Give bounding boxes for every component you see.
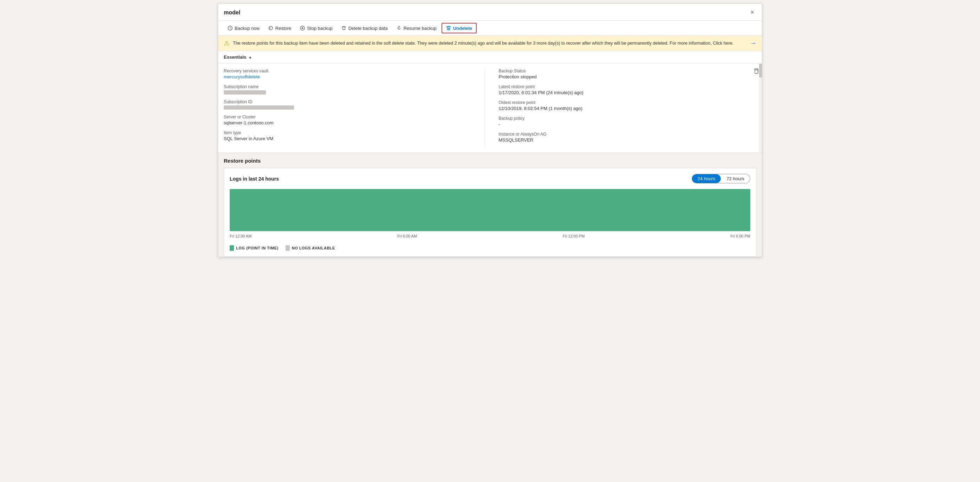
- undelete-button[interactable]: Undelete: [442, 23, 477, 33]
- backup-now-label: Backup now: [235, 25, 259, 31]
- restore-icon: [268, 25, 274, 31]
- oldest-restore-point-label: Oldest restore point: [499, 100, 745, 105]
- recovery-vault-field: Recovery services vault mercurysoftdelet…: [224, 68, 470, 80]
- warning-icon: ⚠: [224, 39, 229, 47]
- subscription-id-field: Subscription ID: [224, 99, 470, 110]
- chart-legend: LOG (POINT IN TIME) NO LOGS AVAILABLE: [230, 242, 750, 251]
- item-type-label: Item type: [224, 130, 470, 135]
- chart-header: Logs in last 24 hours 24 hours 72 hours: [230, 174, 750, 183]
- 24-hours-button[interactable]: 24 hours: [692, 174, 721, 183]
- latest-restore-point-value: 1/17/2020, 6:01:34 PM (24 minute(s) ago): [499, 90, 745, 95]
- backup-status-value: Protection stopped: [499, 74, 745, 80]
- latest-restore-point-field: Latest restore point 1/17/2020, 6:01:34 …: [499, 84, 745, 95]
- subscription-name-field: Subscription name: [224, 84, 470, 94]
- essentials-left: Recovery services vault mercurysoftdelet…: [224, 68, 484, 148]
- scrollbar-thumb[interactable]: [759, 64, 762, 78]
- essentials-content: Recovery services vault mercurysoftdelet…: [218, 64, 751, 153]
- title-bar: model ×: [218, 4, 762, 21]
- oldest-restore-point-value: 12/10/2019, 8:02:54 PM (1 month(s) ago): [499, 106, 745, 111]
- time-toggle: 24 hours 72 hours: [692, 174, 750, 183]
- legend-log-label: LOG (POINT IN TIME): [236, 246, 278, 250]
- backup-now-icon: [227, 25, 233, 31]
- essentials-chevron-icon: ▲: [248, 55, 252, 59]
- backup-now-button[interactable]: Backup now: [224, 24, 263, 33]
- legend-no-logs: NO LOGS AVAILABLE: [286, 245, 335, 251]
- svg-rect-2: [302, 27, 303, 29]
- resume-icon: [396, 25, 402, 31]
- backup-policy-label: Backup policy: [499, 116, 745, 121]
- recovery-vault-value[interactable]: mercurysoftdelete: [224, 74, 260, 80]
- warning-text: The restore points for this backup item …: [233, 41, 746, 46]
- restore-points-section: Restore points Logs in last 24 hours 24 …: [218, 153, 762, 257]
- essentials-right: Backup Status Protection stopped Latest …: [484, 68, 745, 148]
- delete-backup-data-button[interactable]: Delete backup data: [337, 24, 391, 33]
- chart-x-axis: Fri 12:00 AM Fri 6:00 AM Fri 12:00 PM Fr…: [230, 234, 750, 238]
- backup-policy-field: Backup policy -: [499, 116, 745, 127]
- delete-icon: [341, 25, 347, 31]
- backup-status-label: Backup Status: [499, 68, 745, 73]
- subscription-id-value: [224, 105, 294, 110]
- stop-backup-button[interactable]: Stop backup: [296, 24, 336, 33]
- restore-points-title: Restore points: [224, 158, 756, 164]
- undelete-label: Undelete: [453, 25, 473, 31]
- item-type-value: SQL Server in Azure VM: [224, 136, 470, 141]
- instance-value: MSSQLSERVER: [499, 137, 745, 143]
- toolbar: Backup now Restore Stop backup: [218, 21, 762, 36]
- essentials-header[interactable]: Essentials ▲: [218, 51, 762, 64]
- restore-label: Restore: [275, 25, 291, 31]
- recovery-vault-label: Recovery services vault: [224, 68, 470, 73]
- essentials-section: Essentials ▲ Recovery services vault mer…: [218, 51, 762, 153]
- resume-backup-button[interactable]: Resume backup: [393, 24, 440, 33]
- oldest-restore-point-field: Oldest restore point 12/10/2019, 8:02:54…: [499, 100, 745, 111]
- legend-color-green: [230, 245, 234, 251]
- legend-color-gray: [286, 245, 290, 251]
- copy-icon[interactable]: [753, 68, 759, 76]
- main-window: model × Backup now Restore: [218, 3, 762, 257]
- server-cluster-field: Server or Cluster sqlserver-1.contoso.co…: [224, 115, 470, 126]
- svg-rect-3: [755, 70, 758, 73]
- delete-backup-data-label: Delete backup data: [348, 25, 388, 31]
- stop-backup-label: Stop backup: [307, 25, 332, 31]
- x-axis-label-2: Fri 6:00 AM: [397, 234, 417, 238]
- essentials-label: Essentials: [224, 54, 246, 60]
- chart-area: [230, 189, 750, 231]
- subscription-name-label: Subscription name: [224, 84, 470, 89]
- restore-button[interactable]: Restore: [264, 24, 295, 33]
- subscription-id-label: Subscription ID: [224, 99, 470, 104]
- item-type-field: Item type SQL Server in Azure VM: [224, 130, 470, 141]
- instance-field: Instance or AlwaysOn AG MSSQLSERVER: [499, 132, 745, 143]
- close-button[interactable]: ×: [748, 8, 756, 17]
- 72-hours-button[interactable]: 72 hours: [721, 174, 750, 183]
- legend-no-logs-label: NO LOGS AVAILABLE: [292, 246, 335, 250]
- x-axis-label-4: Fri 6:00 PM: [730, 234, 750, 238]
- backup-policy-value: -: [499, 122, 745, 127]
- chart-title: Logs in last 24 hours: [230, 176, 279, 181]
- x-axis-label-1: Fri 12:00 AM: [230, 234, 251, 238]
- undelete-icon: [446, 25, 451, 31]
- window-title: model: [224, 10, 240, 16]
- instance-label: Instance or AlwaysOn AG: [499, 132, 745, 137]
- stop-backup-icon: [300, 25, 305, 31]
- backup-status-field: Backup Status Protection stopped: [499, 68, 745, 80]
- legend-log-point: LOG (POINT IN TIME): [230, 245, 278, 251]
- scrollbar-track: [759, 64, 762, 153]
- server-cluster-label: Server or Cluster: [224, 115, 470, 119]
- resume-backup-label: Resume backup: [404, 25, 437, 31]
- warning-arrow-icon[interactable]: →: [750, 40, 756, 47]
- server-cluster-value: sqlserver-1.contoso.com: [224, 120, 470, 126]
- subscription-name-value: [224, 90, 266, 94]
- x-axis-label-3: Fri 12:00 PM: [563, 234, 585, 238]
- latest-restore-point-label: Latest restore point: [499, 84, 745, 89]
- chart-container: Logs in last 24 hours 24 hours 72 hours …: [224, 168, 756, 257]
- warning-banner: ⚠ The restore points for this backup ite…: [218, 36, 762, 51]
